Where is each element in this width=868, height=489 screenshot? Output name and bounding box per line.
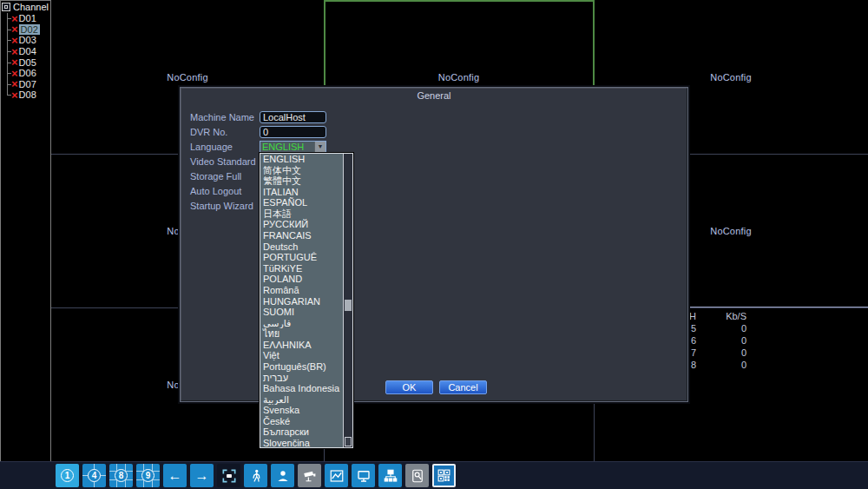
sidebar-item-d05[interactable]: ×D05 (2, 56, 50, 68)
playback-chart-button[interactable] (325, 464, 348, 487)
view-4-button[interactable]: 4 (82, 464, 106, 487)
language-option[interactable]: ΕΛΛΗΝΙΚΑ (260, 340, 343, 351)
language-option[interactable]: ESPAÑOL (260, 197, 343, 208)
language-option[interactable]: POLAND (260, 274, 343, 285)
view-8-icon: 8 (115, 469, 128, 482)
cancel-button[interactable]: Cancel (439, 380, 487, 394)
channel-x-icon: × (11, 36, 18, 45)
startup-wizard-label: Startup Wizard (190, 201, 260, 211)
disk-search-button[interactable] (405, 464, 429, 487)
auto-logout-label: Auto Logout (190, 186, 260, 196)
scrollbar-thumb[interactable] (345, 300, 352, 311)
view-8-button[interactable]: 8 (109, 464, 133, 487)
language-select[interactable]: ENGLISH ▼ (260, 141, 326, 153)
dropdown-scrollbar[interactable] (343, 154, 352, 447)
sidebar-item-d04[interactable]: ×D04 (2, 46, 50, 57)
bitrate-header-kbs: Kb/S (696, 310, 746, 322)
language-option[interactable]: ITALIAN (260, 187, 343, 198)
mosaic-grid-icon (437, 468, 451, 483)
channel-x-icon: × (11, 57, 18, 67)
language-option[interactable]: TüRKiYE (260, 263, 343, 274)
view-9-button[interactable]: 9 (136, 464, 160, 487)
channel-label: D04 (19, 46, 36, 56)
view-9-icon: 9 (141, 469, 155, 482)
channel-x-icon: × (11, 79, 18, 89)
scrollbar-down-button[interactable] (345, 437, 352, 446)
language-option[interactable]: 日本語 (260, 208, 343, 220)
language-option[interactable]: ENGLISH (260, 154, 343, 165)
language-option[interactable]: Deutsch (260, 241, 343, 253)
language-option[interactable]: РУССКИЙ (260, 219, 343, 230)
sidebar-item-d01[interactable]: ×D01 (2, 13, 50, 24)
sidebar-item-d03[interactable]: ×D03 (2, 35, 50, 46)
language-option[interactable]: Slovenčina (260, 438, 343, 447)
bottom-toolbar: 1 4 8 9 ← → (0, 461, 868, 489)
view-1-icon: 1 (61, 469, 74, 482)
language-option[interactable]: ไทย (260, 328, 343, 340)
fullscreen-button[interactable] (217, 464, 240, 487)
user-account-button[interactable] (271, 464, 294, 487)
arrow-left-icon: ← (168, 469, 182, 483)
chart-icon (329, 468, 345, 484)
monitor-icon (356, 468, 372, 484)
fullscreen-icon (220, 467, 238, 485)
noconfig-label: NoConfig (710, 226, 751, 236)
language-option[interactable]: České (260, 416, 343, 427)
dvr-no-input[interactable] (260, 126, 326, 138)
chevron-down-icon[interactable]: ▼ (314, 142, 326, 152)
channel-tree: ×D01 ×D02 ×D03 ×D04 ×D05 ×D06 ×D07 ×D08 (2, 13, 50, 101)
language-selected-value: ENGLISH (260, 142, 314, 152)
network-tree-icon (383, 468, 398, 484)
next-channel-button[interactable]: → (190, 464, 214, 487)
language-option[interactable]: PORTUGUÊ (260, 252, 343, 263)
motion-detect-button[interactable] (244, 464, 267, 487)
channel-x-icon: × (11, 14, 18, 23)
channel-label: D07 (19, 79, 36, 89)
channel-label: D01 (19, 13, 36, 23)
channel-sidebar: Channel ×D01 ×D02 ×D03 ×D04 ×D05 ×D06 ×D… (0, 0, 51, 461)
ok-button[interactable]: OK (385, 380, 433, 394)
channel-x-icon: × (11, 90, 18, 100)
sidebar-item-d06[interactable]: ×D06 (2, 68, 50, 79)
video-standard-label: Video Standard (190, 156, 260, 167)
user-icon (275, 468, 291, 484)
machine-name-label: Machine Name (190, 112, 260, 122)
view-1-button[interactable]: 1 (56, 464, 79, 487)
language-option[interactable]: FRANCAIS (260, 230, 343, 241)
window-icon (2, 3, 10, 11)
channel-label: D03 (19, 35, 36, 45)
view-4-icon: 4 (88, 469, 101, 482)
language-option[interactable]: Svenska (260, 405, 343, 416)
channel-tree-title: Channel (13, 2, 49, 12)
language-option[interactable]: 简体中文 (260, 165, 343, 176)
network-button[interactable] (378, 464, 402, 487)
language-dropdown: ENGLISH 简体中文 繁體中文 ITALIAN ESPAÑOL 日本語 РУ… (260, 153, 353, 448)
prev-channel-button[interactable]: ← (163, 464, 187, 487)
language-option[interactable]: עברית (260, 373, 343, 384)
sidebar-item-d07[interactable]: ×D07 (2, 79, 50, 90)
ptz-camera-button[interactable] (298, 464, 321, 487)
language-option[interactable]: Bahasa Indonesia (260, 383, 343, 394)
language-option[interactable]: العربية (260, 394, 343, 406)
noconfig-label: NoConfig (438, 72, 479, 83)
language-option[interactable]: SUOMI (260, 307, 343, 318)
language-option[interactable]: Português(BR) (260, 361, 343, 373)
channel-x-icon: × (11, 47, 18, 56)
channel-x-icon: × (11, 69, 18, 78)
language-option[interactable]: Română (260, 285, 343, 296)
monitor-button[interactable] (352, 464, 375, 487)
language-option[interactable]: Việt (260, 350, 343, 361)
arrow-right-icon: → (195, 469, 209, 483)
channel-mosaic-button[interactable] (432, 464, 456, 487)
dvr-no-label: DVR No. (190, 127, 260, 137)
sidebar-item-d08[interactable]: ×D08 (2, 89, 50, 101)
sidebar-item-d02[interactable]: ×D02 (2, 24, 50, 36)
machine-name-input[interactable] (260, 111, 326, 123)
language-option[interactable]: Български (260, 426, 343, 438)
language-option[interactable]: HUNGARIAN (260, 296, 343, 307)
channel-label: D05 (19, 57, 36, 68)
language-option[interactable]: فارسی (260, 318, 343, 329)
channel-label: D06 (19, 68, 36, 78)
channel-tree-root[interactable]: Channel (1, 1, 50, 13)
language-option[interactable]: 繁體中文 (260, 175, 343, 187)
